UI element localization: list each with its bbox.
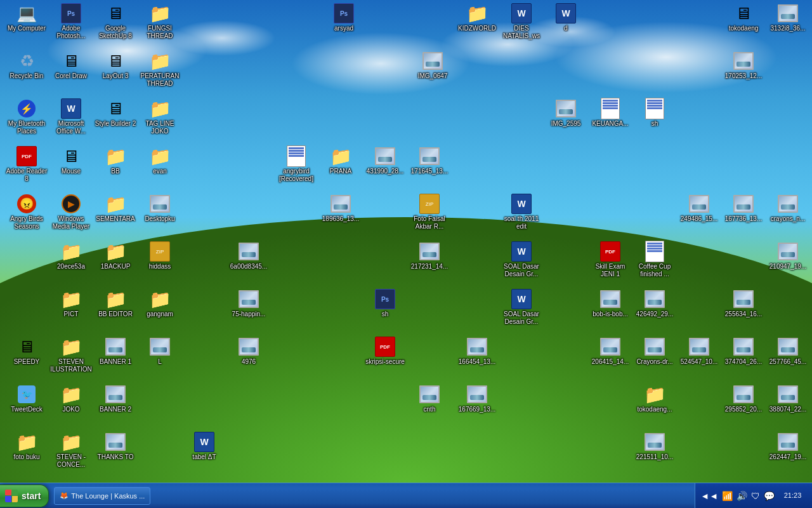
desktop-icon-angry-birds[interactable]: 😠 Angry Birds Seasons [5, 194, 48, 231]
desktop-icon-adobe-ps[interactable]: Ps Adobe Photosh... [49, 3, 93, 40]
start-button[interactable]: start [0, 485, 49, 507]
desktop-icon-thanks-to[interactable]: THANKS TO [94, 432, 137, 461]
desktop-icon-524547[interactable]: 524547_10... [678, 337, 721, 366]
desktop-icon-banner2[interactable]: BANNER 2 [94, 384, 137, 413]
icon-label-255634: 255634_16... [725, 311, 762, 318]
icon-img-524547 [689, 337, 709, 357]
desktop-icon-166454[interactable]: 166454_13... [455, 337, 499, 366]
desktop-icon-217231[interactable]: 217231_14... [408, 241, 451, 271]
tray-arrows[interactable]: ◄◄ [700, 491, 718, 501]
desktop-icon-keuanga[interactable]: KEUANGA... [589, 98, 632, 128]
desktop-icon-3132[interactable]: 3132i8_36... [766, 3, 809, 32]
tray-im[interactable]: 💬 [764, 491, 775, 501]
desktop-icon-fungsi-thread[interactable]: 📁 FUNGSI THREAD [138, 3, 181, 40]
desktop-icon-img2595[interactable]: IMG_2595 [544, 98, 587, 128]
desktop-icon-374704[interactable]: 374704_26... [722, 337, 765, 366]
desktop-icon-221511[interactable]: 221511_10... [633, 432, 676, 461]
desktop-icon-soal-th-2011[interactable]: W soal th 2011 edit [500, 194, 543, 231]
desktop-icon-soal-dasar-1[interactable]: W SOAL Dasar Desain Gr... [500, 241, 543, 278]
desktop-icon-431990[interactable]: 431990_28... [363, 146, 407, 175]
desktop-icon-steven-ilustration[interactable]: 📁 STEVEN ILUSTRATION [49, 337, 93, 373]
desktop-icon-banner1[interactable]: BANNER 1 [94, 337, 137, 366]
desktop-icon-mouse[interactable]: 🖥 Mouse [49, 146, 93, 175]
desktop-icon-adobe-reader[interactable]: PDF Adobe Reader 8 [5, 146, 48, 183]
icon-label-soal-dasar-2: SOAL Dasar Desain Gr... [500, 311, 543, 326]
desktop-icon-corel-draw[interactable]: 🖥 Corel Draw [49, 51, 93, 80]
desktop-icon-peraturan-thread[interactable]: 📁 PERATURAN THREAD [138, 51, 181, 88]
desktop-icon-sh[interactable]: sh [633, 98, 676, 128]
desktop-icon-206415[interactable]: 206415_14... [589, 337, 632, 366]
desktop-icon-426492[interactable]: 426492_29... [633, 289, 676, 318]
desktop-icon-joko[interactable]: 📁 JOKO [49, 384, 93, 413]
desktop-icon-262447[interactable]: 262447_19... [766, 432, 809, 461]
desktop-icon-bb[interactable]: 📁 BB [94, 146, 137, 175]
icon-img-keuanga [600, 98, 620, 119]
icon-img-167736 [733, 194, 754, 214]
desktop-icon-4976[interactable]: 4976 [227, 337, 270, 366]
desktop-icon-gangnam[interactable]: 📁 gangnam [138, 289, 181, 318]
desktop-icon-prana[interactable]: 📁 PRANA [319, 146, 362, 175]
desktop-icon-skripsi-secure[interactable]: PDF skripsi-secure [363, 337, 407, 366]
desktop-icon-kidzworld[interactable]: 📁 KIDZWORLD [455, 3, 499, 32]
desktop-icon-255634[interactable]: 255634_16... [722, 289, 765, 318]
desktop-icon-sh2[interactable]: Ps sh [363, 289, 407, 318]
desktop-icon-tokodaeng[interactable]: 🖥 tokodaeng [722, 3, 765, 32]
icon-label-corel-draw: Corel Draw [55, 72, 87, 80]
desktop-icon-20ece53a[interactable]: 📁 20ece53a [49, 241, 93, 271]
desktop-icon-210947[interactable]: 210947_19... [766, 241, 809, 271]
desktop-icon-6a00d8345[interactable]: 6a00d8345... [227, 241, 270, 271]
desktop-icon-bb-editor[interactable]: 📁 BB EDITOR [94, 289, 137, 318]
desktop-icon-wmplayer[interactable]: ▶ Windows Media Player [49, 194, 93, 231]
desktop-icon-1backup[interactable]: 📁 1BACKUP [94, 241, 137, 271]
desktop-icon-cnth[interactable]: cnth [408, 384, 451, 413]
desktop-icon-layout3[interactable]: 🖥 LayOut 3 [94, 51, 137, 80]
desktop-icon-coffee-cup[interactable]: Coffee Cup finished ... [633, 241, 676, 278]
desktop-icon-foto-buku[interactable]: 📁 foto buku [5, 432, 48, 461]
desktop-icon-angrybird-rec[interactable]: angrybird [Recovered] [275, 146, 318, 183]
desktop-icon-pict[interactable]: 📁 PICT [49, 289, 93, 318]
desktop-icon-my-computer[interactable]: 💻 My Computer [5, 3, 48, 32]
taskbar-window-btn[interactable]: 🦊 The Lounge | Kaskus ... [54, 487, 150, 505]
desktop-icon-tweetdeck[interactable]: 🐦 TweetDeck [5, 384, 48, 413]
desktop-icon-google-sketchup[interactable]: 🖥 Google SketchUp 8 [94, 3, 137, 40]
desktop-icon-295852[interactable]: 295852_20... [722, 384, 765, 413]
desktop-icon-evan[interactable]: 📁 evan [138, 146, 181, 175]
desktop-icon-189636[interactable]: 189636_13... [319, 194, 362, 223]
desktop-icon-recycle[interactable]: ♻ Recycle Bin [5, 51, 48, 80]
desktop-icon-257766[interactable]: 257766_45... [766, 337, 809, 366]
desktop-icon-img0647[interactable]: IMG_0647 [411, 51, 454, 80]
desktop-icon-tokodaeng2[interactable]: 📁 tokodaeng... [633, 384, 676, 413]
tray-network[interactable]: 📶 [722, 491, 733, 501]
icon-label-tokodaeng2: tokodaeng... [637, 406, 672, 413]
desktop-icon-my-bluetooth[interactable]: ⚡ My Bluetooth Places [5, 98, 48, 135]
desktop-icon-crayons-dr[interactable]: Crayons-dr... [633, 337, 676, 366]
desktop-icon-75-happin[interactable]: 75-happin... [227, 289, 270, 318]
desktop-icon-167669[interactable]: 167669_13... [455, 384, 499, 413]
desktop-icon-hiddass[interactable]: ZIP hiddass [138, 241, 181, 271]
desktop-icon-d[interactable]: W d [544, 3, 587, 32]
desktop-icon-crayons-n[interactable]: crayons_n... [766, 194, 809, 223]
desktop-icon-steven-conce[interactable]: 📁 STEVEN - CONCE... [49, 432, 93, 469]
desktop-icon-171645[interactable]: 171645_13... [408, 146, 451, 175]
tray-security[interactable]: 🛡 [751, 491, 760, 501]
desktop-icon-skill-exam[interactable]: PDF Skill Exam JENI 1 [589, 241, 632, 278]
desktop-icon-arsyad[interactable]: Ps arsyad [322, 3, 365, 32]
desktop-icon-msoffice[interactable]: W Microsoft Office W... [49, 98, 93, 135]
desktop-icon-167736[interactable]: 167736_13... [722, 194, 765, 223]
desktop-icon-speedy[interactable]: 🖥 SPEEDY [5, 337, 48, 366]
desktop-icon-tabel-delta-t[interactable]: W tabel ΔT [183, 432, 226, 461]
desktop-icon-388074[interactable]: 388074_22... [766, 384, 809, 413]
desktop-icon-desktopku[interactable]: Desktopku [138, 194, 181, 223]
desktop-icon-l[interactable]: L [138, 337, 181, 366]
tray-volume[interactable]: 🔊 [737, 491, 747, 501]
icon-label-gangnam: gangnam [147, 311, 173, 318]
desktop-icon-bob-is-bob[interactable]: bob-is-bob... [589, 289, 632, 318]
desktop-icon-soal-dasar-2[interactable]: W SOAL Dasar Desain Gr... [500, 289, 543, 326]
desktop-icon-dies-natalis[interactable]: W DIES NATALIS_ws [500, 3, 543, 40]
desktop-icon-tagline-joko[interactable]: 📁 TAG LINE JOKO [138, 98, 181, 135]
desktop-icon-sementara[interactable]: 📁 SEMENTARA [94, 194, 137, 223]
desktop-icon-170253[interactable]: 170253_12... [722, 51, 765, 80]
desktop-icon-foto-faisal[interactable]: ZIP Foto Faisal Akbar R... [408, 194, 451, 231]
desktop-icon-249486[interactable]: 249486_15... [678, 194, 721, 223]
desktop-icon-style-builder[interactable]: 🖥 Style Builder 2 [94, 98, 137, 128]
